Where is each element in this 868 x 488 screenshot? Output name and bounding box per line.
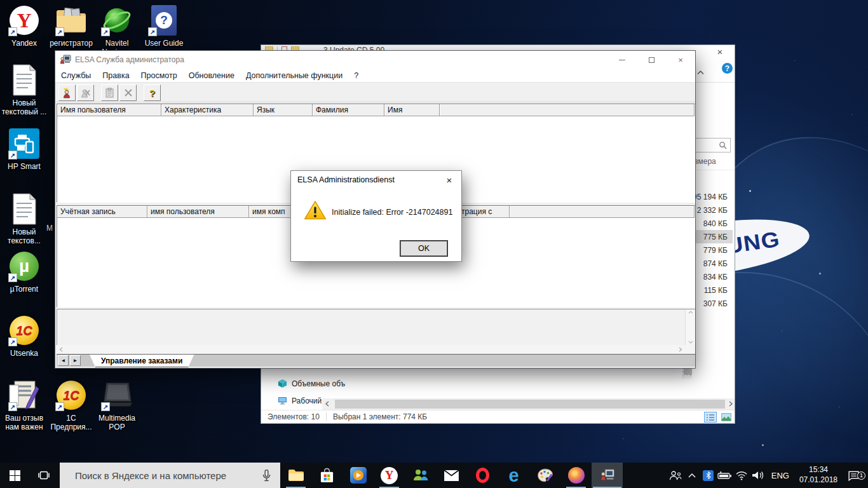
explorer-close-button[interactable]: × [709,45,731,58]
desktop-icon-new-text-file-1[interactable]: Новый текстовый ... [1,64,47,116]
desktop-icon-hp-smart[interactable]: ↗ HP Smart [1,127,47,171]
taskbar-paint[interactable] [529,463,560,488]
column-header[interactable]: Язык [254,104,313,116]
shortcut-arrow-icon: ↗ [8,337,17,346]
delete-user-button-disabled[interactable] [77,85,94,101]
taskbar-edge[interactable]: e [498,463,529,488]
desktop-icon-1c-enterprise[interactable]: 1С ↗ 1С Предприя... [48,379,94,431]
new-user-button[interactable] [58,85,76,101]
action-center-icon[interactable]: 1 [843,470,864,482]
pane-vertical-scrollbar[interactable] [685,309,695,345]
tab-scroll-left-button[interactable]: ◄ [58,355,69,366]
help-button[interactable]: ? [144,85,161,101]
menu-item-services[interactable]: Службы [55,71,97,80]
thumbnail-view-button[interactable] [720,412,733,423]
menu-item-additional-functions[interactable]: Дополнительные функции [240,71,348,80]
ok-button[interactable]: OK [400,241,447,256]
warning-icon [304,200,327,220]
desktop-icon-registrator[interactable]: ↗ регистратор [48,4,94,48]
scrollbar-thumb[interactable] [335,400,725,409]
column-header[interactable]: имя пользователя [147,206,249,218]
taskbar-yandex-browser[interactable]: Y [374,463,405,488]
desktop-icon-user-guide[interactable]: ? ↗ User Guide [141,4,187,48]
volume-icon[interactable] [750,470,766,480]
details-view-button[interactable] [704,412,717,423]
paste-button-disabled[interactable] [101,85,118,101]
taskbar-microsoft-store[interactable] [311,463,342,488]
desktop-icon-feedback[interactable]: ↗ Ваш отзыв нам важен [1,379,47,431]
column-header[interactable]: Учётная запись [57,206,147,218]
menu-item-view[interactable]: Просмотр [135,71,183,80]
tab-order-management[interactable]: Управление заказами [90,355,194,367]
desktop-icon-label: регистратор [50,39,93,48]
microphone-icon[interactable] [262,469,271,482]
menu-item-help[interactable]: ? [348,71,364,80]
dialog-close-button[interactable]: × [442,173,456,186]
start-button[interactable] [0,463,29,488]
desktop-icon-label: Новый текстов... [1,227,47,245]
scroll-down-icon[interactable] [688,341,693,344]
column-header-fragment[interactable]: змера [695,157,716,166]
close-button[interactable]: × [666,51,695,69]
delete-button-disabled[interactable] [119,85,137,101]
desktop-icon-utorrent[interactable]: µ ↗ µTorrent [1,250,47,294]
taskbar-opera[interactable] [467,463,498,488]
column-header[interactable]: Характеристика [161,104,254,116]
menu-item-edit[interactable]: Правка [97,71,135,80]
maximize-button[interactable] [637,51,666,69]
pane-horizontal-scrollbar[interactable] [57,345,695,354]
scroll-right-icon[interactable] [679,347,682,352]
desktop-icon-navitel[interactable]: ↗ Navitel Naviga... [94,4,140,57]
paint-palette-icon [537,468,553,483]
people-tray-icon[interactable] [667,470,684,480]
hidden-icons-chevron[interactable] [684,473,700,478]
horizontal-scrollbar[interactable] [322,398,735,410]
wifi-icon[interactable] [733,471,750,480]
dialog-title-bar[interactable]: ELSA Administrationsdienst [291,171,461,189]
taskbar-elsa-active[interactable] [592,463,623,488]
ribbon-collapse-icon[interactable] [697,66,704,78]
bluetooth-icon[interactable] [700,470,717,481]
column-header[interactable]: Имя пользователя [57,104,161,116]
minimize-button[interactable] [607,51,637,69]
delete-x-icon [124,88,133,97]
desktop-icon-new-text-file-2[interactable]: Новый текстов... [1,193,47,245]
tab-scroll-right-button[interactable]: ► [70,355,81,366]
wallpaper-stars [0,0,1,1]
column-header[interactable]: Фамилия [313,104,384,116]
battery-icon[interactable] [717,471,733,480]
shortcut-arrow-icon: ↗ [55,27,64,36]
nav-item-3d-objects[interactable]: Объемные объ [278,379,353,388]
taskbar-file-explorer[interactable] [280,463,311,488]
dialog-title: ELSA Administrationsdienst [297,175,395,184]
scroll-right-icon[interactable] [726,400,735,408]
desktop-icon-label: µTorrent [10,285,38,294]
scroll-up-icon[interactable] [688,311,693,314]
taskbar: Поиск в Яндексе и на компьютере [0,463,868,488]
yandex-letter: Y [17,9,31,32]
elsa-toolbar: ? [55,83,695,102]
taskbar-media-player[interactable] [342,463,374,488]
3d-cube-icon [278,379,287,388]
taskbar-messenger[interactable] [405,463,436,488]
taskbar-mail[interactable] [436,463,467,488]
desktop-icon-yandex[interactable]: Y ↗ Yandex [1,4,47,48]
nav-item-label: Объемные объ [292,379,345,388]
desktop-icon-utsenka[interactable]: 1С ↗ Utsenka [1,314,47,358]
scroll-left-icon[interactable] [322,400,332,408]
taskbar-clock[interactable]: 15:34 07.01.2018 [799,465,837,485]
language-indicator[interactable]: ENG [771,471,789,480]
menu-item-update[interactable]: Обновление [183,71,240,80]
taskbar-search-box[interactable]: Поиск в Яндексе и на компьютере [60,463,280,488]
taskbar-app-round[interactable] [560,463,592,488]
desktop-icon-multimedia-pop[interactable]: ↗ Multimedia POP [94,379,140,431]
scroll-left-icon[interactable] [59,347,63,352]
column-header[interactable]: Имя [384,104,440,116]
system-tray: ENG 15:34 07.01.2018 1 [667,463,868,488]
explorer-help-icon[interactable]: ? [722,63,733,74]
round-app-icon [568,467,585,484]
task-view-button[interactable] [29,463,58,488]
status-selection: Выбран 1 элемент: 774 КБ [333,412,427,421]
desktop: SAMSUNG Y ↗ Yandex ↗ регистратор ↗ [0,0,868,488]
elsa-title-bar[interactable]: ELSA Служба администратора × [55,51,695,69]
